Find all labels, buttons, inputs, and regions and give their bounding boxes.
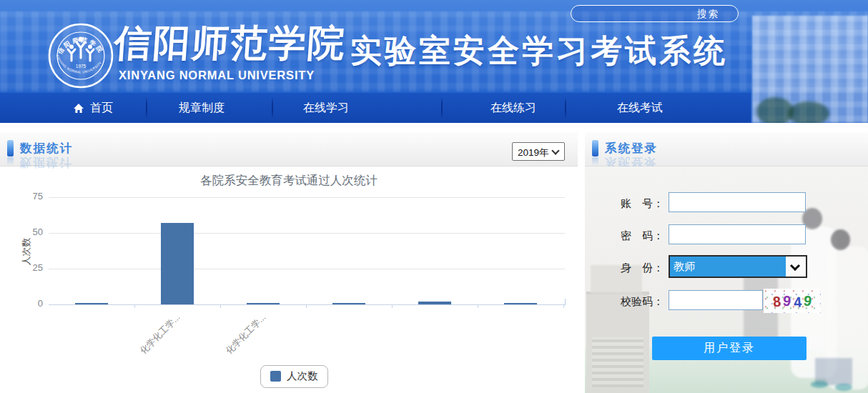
bar-3 [247, 303, 280, 304]
stats-panel-header: 数据统计 数据统计 2019年 [0, 132, 578, 166]
password-label: 密 码： [621, 229, 664, 243]
bar-5 [418, 302, 451, 304]
nav-item-rules[interactable]: 规章制度 [179, 93, 225, 123]
bar-6 [504, 303, 537, 304]
nav-item-label: 在线学习 [303, 101, 349, 116]
account-input[interactable] [669, 192, 806, 212]
year-select[interactable]: 2019年 [512, 142, 565, 161]
x-tick [220, 304, 221, 308]
page: 信阳师范学院 XINYANG NORMAL UNIVERSITY 1975 信阳… [0, 0, 868, 393]
x-tick [306, 304, 307, 308]
captcha-digit: 9 [802, 292, 812, 309]
bar-2 [161, 223, 194, 304]
bar-4 [332, 303, 365, 304]
login-panel-header: 系统登录 系统登录 [585, 132, 868, 166]
select-arrow-zone [786, 257, 806, 277]
login-panel: 系统登录 系统登录 账 号： 密 [585, 132, 868, 393]
captcha-input[interactable] [669, 290, 763, 310]
photo-person [831, 229, 850, 250]
gridline [49, 197, 565, 198]
blue-accent-bar [7, 140, 14, 156]
photo-person [835, 384, 852, 391]
nav-item-online-practice[interactable]: 在线练习 [490, 93, 536, 123]
y-tick-label: 75 [16, 191, 43, 202]
x-tick [563, 304, 564, 308]
captcha-image[interactable]: 8 9 4 9 [764, 289, 821, 313]
login-body: 账 号： 密 码： 身 份： 教师 校验码： 8 9 4 9 用户登录 [585, 166, 868, 393]
account-label: 账 号： [621, 197, 664, 211]
role-select[interactable]: 教师 [669, 255, 807, 278]
blue-accent-bar-reflection [7, 157, 14, 166]
x-category-label: 化学化工学... [204, 312, 269, 377]
stats-panel-title-reflection: 数据统计 [20, 154, 73, 170]
password-input[interactable] [669, 224, 806, 244]
login-button[interactable]: 用户登录 [652, 337, 807, 360]
photo-person [811, 381, 828, 388]
chart-title: 各院系安全教育考试通过人次统计 [0, 173, 578, 189]
blue-accent-bar [592, 140, 598, 156]
y-tick-label: 25 [16, 262, 43, 273]
nav-item-online-study[interactable]: 在线学习 [303, 93, 349, 123]
nav-separator [272, 97, 273, 119]
y-tick-label: 0 [16, 298, 43, 309]
x-tick [478, 304, 478, 308]
logo-year: 1975 [76, 64, 87, 69]
home-icon [73, 103, 84, 114]
x-tick [134, 304, 135, 308]
nav-separator [565, 97, 566, 119]
nav-item-label: 在线考试 [617, 101, 663, 116]
nav-item-online-exam[interactable]: 在线考试 [617, 93, 663, 123]
captcha-digit: 4 [793, 294, 802, 311]
captcha-digit: 9 [782, 292, 791, 309]
legend-label: 人次数 [287, 369, 318, 383]
main-nav: 首页 规章制度 在线学习 在线练习 在线考试 [0, 93, 751, 123]
nav-item-home[interactable]: 首页 [73, 93, 113, 123]
search-pill[interactable]: 搜索 [571, 5, 739, 22]
x-axis-line [49, 304, 565, 305]
chevron-down-icon [790, 261, 800, 271]
nav-separator [146, 97, 147, 119]
chevron-down-icon [551, 146, 559, 154]
photo-tree [788, 101, 829, 123]
nav-item-label: 规章制度 [179, 101, 225, 116]
system-title: 实验室安全学习考试系统 [350, 30, 728, 72]
legend-swatch [270, 371, 281, 382]
axis-end-tick [565, 299, 566, 305]
nav-item-label: 在线练习 [490, 101, 536, 116]
x-category-label: 化学化工学... [118, 312, 183, 377]
stats-panel: 数据统计 数据统计 2019年 各院系安全教育考试通过人次统计 人次数 0255… [0, 132, 578, 393]
role-label: 身 份： [621, 262, 664, 275]
gridline [49, 269, 565, 269]
university-logo[interactable]: 信阳师范学院 XINYANG NORMAL UNIVERSITY 1975 [47, 22, 114, 89]
bar-1 [75, 303, 108, 304]
role-selected-option: 教师 [670, 257, 786, 277]
y-tick-label: 50 [16, 227, 43, 237]
chart-legend[interactable]: 人次数 [260, 365, 328, 388]
university-name-en: XINYANG NORMAL UNIVERSITY [119, 69, 315, 82]
search-label: 搜索 [697, 8, 719, 21]
nav-separator [441, 97, 443, 119]
blue-accent-bar-reflection [592, 157, 598, 166]
captcha-digit: 8 [772, 293, 781, 310]
captcha-label: 校验码： [621, 295, 664, 309]
bar-chart-plot: 人次数 0255075化学化工学...化学化工学... [49, 197, 565, 304]
year-select-value: 2019年 [518, 146, 549, 159]
nav-item-label: 首页 [90, 101, 113, 116]
university-name-zh: 信阳师范学院 [113, 19, 352, 69]
site-header: 信阳师范学院 XINYANG NORMAL UNIVERSITY 1975 信阳… [0, 0, 868, 123]
gridline [49, 233, 565, 234]
x-tick [392, 304, 393, 308]
